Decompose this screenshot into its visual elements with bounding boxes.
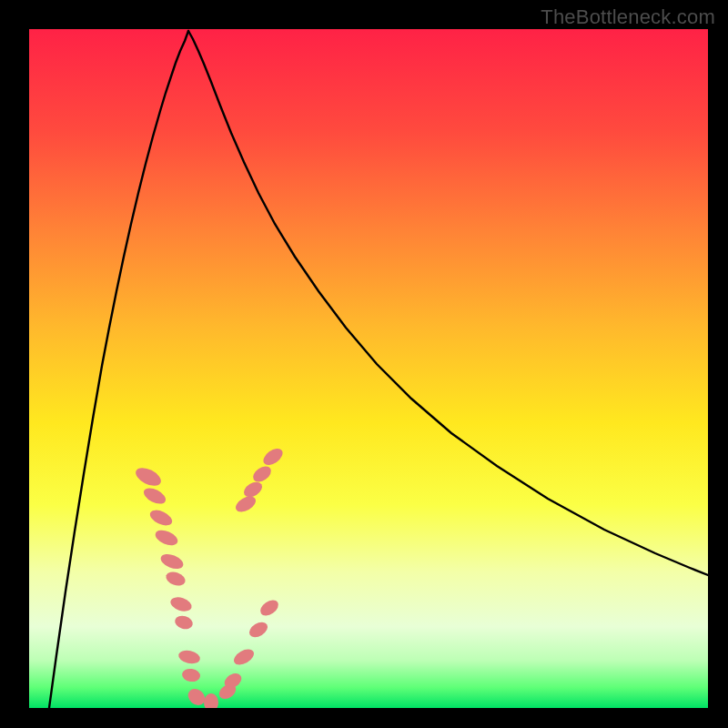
curve-marker <box>247 619 270 641</box>
chart-svg <box>29 29 708 708</box>
curve-marker <box>250 463 274 485</box>
chart-plot-area <box>29 29 708 708</box>
curve-marker <box>204 693 218 708</box>
curve-marker <box>173 614 194 632</box>
curve-marker <box>153 527 179 548</box>
watermark-text: TheBottleneck.com <box>541 5 715 29</box>
curve-marker <box>231 646 257 668</box>
curve-marker <box>141 485 168 507</box>
curve-marker <box>258 597 281 619</box>
chart-frame: TheBottleneck.com <box>0 0 728 728</box>
curve-marker <box>133 464 164 490</box>
curve-marker <box>181 668 201 683</box>
curve-marker <box>260 445 286 468</box>
curve-marker <box>164 570 187 589</box>
curve-marker <box>233 493 258 515</box>
curve-marker <box>158 551 185 572</box>
curve-marker <box>177 649 201 666</box>
curve-left-curve <box>49 31 188 708</box>
curve-marker <box>168 595 193 614</box>
curve-marker <box>147 507 174 529</box>
curve-right-curve <box>188 31 708 575</box>
